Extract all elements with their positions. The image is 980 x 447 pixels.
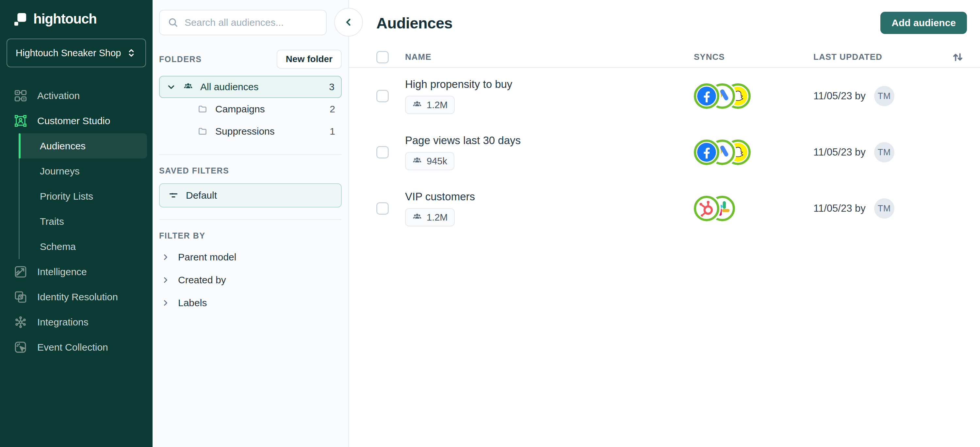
chevron-right-icon: [161, 298, 170, 307]
audience-size: 1.2M: [426, 212, 447, 223]
folders-label: FOLDERS: [159, 54, 202, 64]
saved-filter-default[interactable]: Default: [159, 183, 342, 207]
sidebar-item-label: Identity Resolution: [37, 291, 118, 302]
workspace-name: Hightouch Sneaker Shop: [16, 48, 121, 59]
row-checkbox[interactable]: [376, 146, 389, 159]
saved-filter-label: Default: [186, 190, 217, 201]
hubspot-icon: [697, 199, 716, 218]
row-checkbox[interactable]: [376, 202, 389, 215]
sidebar-item-customer-studio[interactable]: Customer Studio: [0, 108, 153, 133]
sidebar-item-label: Event Collection: [37, 342, 108, 353]
divider: [159, 219, 342, 220]
workspace-selector[interactable]: Hightouch Sneaker Shop: [6, 38, 146, 67]
divider: [159, 154, 342, 155]
people-group-icon: [412, 156, 422, 166]
filter-created-by[interactable]: Created by: [159, 269, 342, 291]
sidebar-item-identity-resolution[interactable]: Identity Resolution: [0, 284, 153, 309]
audience-name-link[interactable]: VIP customers: [405, 191, 475, 203]
audience-name-cell: VIP customers 1.2M: [405, 191, 694, 226]
folder-icon: [197, 126, 207, 136]
audience-name-link[interactable]: Page views last 30 days: [405, 134, 521, 147]
facebook-sync-icon[interactable]: [694, 140, 719, 165]
syncs-cell: [694, 140, 813, 165]
audience-name-cell: High propensity to buy 1.2M: [405, 78, 694, 114]
folder-count: 3: [329, 81, 334, 92]
sidebar-item-label: Intelligence: [37, 266, 87, 277]
last-updated-text: 11/05/23 by: [813, 90, 865, 102]
table-row: VIP customers 1.2M: [349, 180, 980, 237]
last-updated-text: 11/05/23 by: [813, 203, 865, 214]
avatar[interactable]: TM: [874, 198, 894, 219]
sidebar-item-integrations[interactable]: Integrations: [0, 309, 153, 335]
hubspot-sync-icon[interactable]: [694, 196, 719, 221]
sidebar-item-event-collection[interactable]: Event Collection: [0, 335, 153, 360]
filter-lines-icon: [168, 190, 179, 200]
sidebar-item-label: Traits: [40, 216, 64, 227]
chevron-down-icon[interactable]: [166, 82, 176, 92]
audience-size-badge: 1.2M: [405, 208, 455, 226]
intelligence-icon: [14, 265, 27, 279]
chevron-right-icon: [161, 275, 170, 285]
sidebar-item-label: Journeys: [40, 165, 80, 177]
sidebar-item-schema[interactable]: Schema: [20, 234, 147, 259]
table-row: High propensity to buy 1.2M: [349, 68, 980, 124]
column-header-name: NAME: [405, 52, 694, 62]
main-header: Audiences Add audience: [349, 0, 980, 34]
last-updated-cell: 11/05/23 by TM: [813, 142, 943, 162]
sidebar-item-intelligence[interactable]: Intelligence: [0, 259, 153, 284]
sidebar-nav: Activation Customer Studio Audiences: [0, 83, 153, 360]
sidebar-item-priority-lists[interactable]: Priority Lists: [20, 184, 147, 209]
syncs-cell: [694, 83, 813, 109]
audience-name-link[interactable]: High propensity to buy: [405, 78, 512, 91]
avatar[interactable]: TM: [874, 142, 894, 162]
last-updated-text: 11/05/23 by: [813, 146, 865, 158]
new-folder-button[interactable]: New folder: [277, 50, 342, 68]
filter-parent-model[interactable]: Parent model: [159, 246, 342, 269]
sidebar-item-label: Integrations: [37, 317, 89, 328]
sidebar-item-activation[interactable]: Activation: [0, 83, 153, 108]
search-input[interactable]: [185, 17, 318, 28]
sort-button[interactable]: [949, 48, 967, 66]
sidebar-item-traits[interactable]: Traits: [20, 209, 147, 234]
customer-studio-subnav: Audiences Journeys Priority Lists Traits…: [19, 133, 147, 259]
filter-labels[interactable]: Labels: [159, 291, 342, 314]
table-row: Page views last 30 days 945k: [349, 124, 980, 180]
main-content: Audiences Add audience NAME SYNCS LAST U…: [349, 0, 980, 447]
select-all-checkbox[interactable]: [376, 51, 389, 64]
hightouch-logo[interactable]: hightouch: [0, 0, 153, 27]
logo-text: hightouch: [33, 11, 97, 27]
row-checkbox[interactable]: [376, 90, 389, 102]
people-group-icon: [412, 212, 422, 222]
table-header: NAME SYNCS LAST UPDATED: [349, 47, 980, 68]
audience-size: 1.2M: [426, 100, 447, 110]
filter-by-list: Parent model Created by Labels: [159, 246, 342, 314]
customer-studio-icon: [14, 114, 27, 128]
sidebar-item-journeys[interactable]: Journeys: [20, 159, 147, 184]
folder-campaigns[interactable]: Campaigns 2: [159, 98, 342, 120]
folder-count: 1: [329, 126, 335, 137]
column-header-syncs: SYNCS: [694, 52, 813, 62]
sidebar-item-audiences[interactable]: Audiences: [20, 133, 147, 159]
audience-size: 945k: [426, 156, 447, 167]
sidebar-item-label: Schema: [40, 241, 76, 252]
app-root: hightouch Hightouch Sneaker Shop Activat…: [0, 0, 980, 447]
facebook-sync-icon[interactable]: [694, 83, 719, 109]
folder-all-audiences[interactable]: All audiences 3: [159, 76, 342, 98]
collapse-panel-button[interactable]: [334, 8, 363, 37]
integrations-icon: [14, 315, 27, 329]
folder-suppressions[interactable]: Suppressions 1: [159, 120, 342, 142]
syncs-cell: [694, 196, 813, 221]
column-header-last-updated: LAST UPDATED: [813, 52, 943, 62]
sort-arrows-icon: [951, 51, 964, 64]
add-audience-button[interactable]: Add audience: [880, 12, 967, 34]
last-updated-cell: 11/05/23 by TM: [813, 198, 943, 219]
avatar[interactable]: TM: [874, 86, 894, 106]
chevron-up-down-icon: [126, 48, 137, 59]
folder-tree: All audiences 3 Campaigns 2 Suppressions…: [159, 76, 342, 142]
activation-icon: [14, 89, 27, 103]
folders-header: FOLDERS New folder: [159, 50, 342, 68]
sidebar-item-label: Priority Lists: [40, 191, 93, 202]
event-collection-icon: [14, 340, 27, 354]
folder-label: All audiences: [200, 81, 258, 92]
sidebar: hightouch Hightouch Sneaker Shop Activat…: [0, 0, 153, 447]
